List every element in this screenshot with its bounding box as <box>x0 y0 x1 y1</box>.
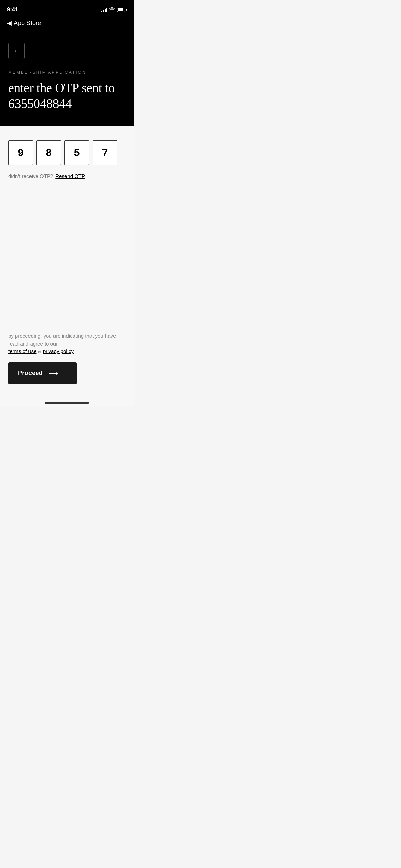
content-spacer <box>8 179 125 332</box>
status-icons <box>101 7 127 12</box>
section-label: MEMBERSHIP APPLICATION <box>8 70 125 75</box>
proceed-label: Proceed <box>18 370 43 377</box>
status-bar: 9:41 <box>0 0 134 17</box>
signal-icon <box>101 7 107 12</box>
header-section: ← MEMBERSHIP APPLICATION enter the OTP s… <box>0 32 134 126</box>
otp-digit-1[interactable]: 9 <box>8 140 33 165</box>
battery-icon <box>117 8 127 12</box>
nav-back-icon: ◀ <box>7 19 12 27</box>
otp-input-group[interactable]: 9 8 5 7 <box>8 140 125 165</box>
resend-text: didn't receive OTP? <box>8 173 53 179</box>
otp-digit-3[interactable]: 5 <box>64 140 89 165</box>
terms-of-use-link[interactable]: terms of use <box>8 348 37 354</box>
proceed-button[interactable]: Proceed ⟶ <box>8 362 77 384</box>
back-arrow-icon: ← <box>13 47 20 55</box>
ampersand: & <box>38 348 41 354</box>
svg-point-0 <box>112 11 113 11</box>
privacy-policy-link[interactable]: privacy policy <box>43 348 74 354</box>
status-time: 9:41 <box>7 6 18 13</box>
resend-row: didn't receive OTP? Resend OTP <box>8 173 125 179</box>
app-store-nav[interactable]: ◀ App Store <box>0 17 134 32</box>
page-title: enter the OTP sent to 6355048844 <box>8 80 125 111</box>
terms-text: by proceeding, you are indicating that y… <box>8 332 125 355</box>
app-store-label: App Store <box>14 20 41 27</box>
home-bar <box>45 402 89 404</box>
otp-digit-2[interactable]: 8 <box>36 140 61 165</box>
content-section: 9 8 5 7 didn't receive OTP? Resend OTP <box>0 126 134 332</box>
proceed-arrow-icon: ⟶ <box>48 369 58 377</box>
wifi-icon <box>109 7 115 12</box>
otp-digit-4[interactable]: 7 <box>93 140 117 165</box>
resend-otp-button[interactable]: Resend OTP <box>55 173 85 179</box>
bottom-section: by proceeding, you are indicating that y… <box>0 332 134 398</box>
back-button[interactable]: ← <box>8 43 25 59</box>
home-indicator <box>0 398 134 407</box>
